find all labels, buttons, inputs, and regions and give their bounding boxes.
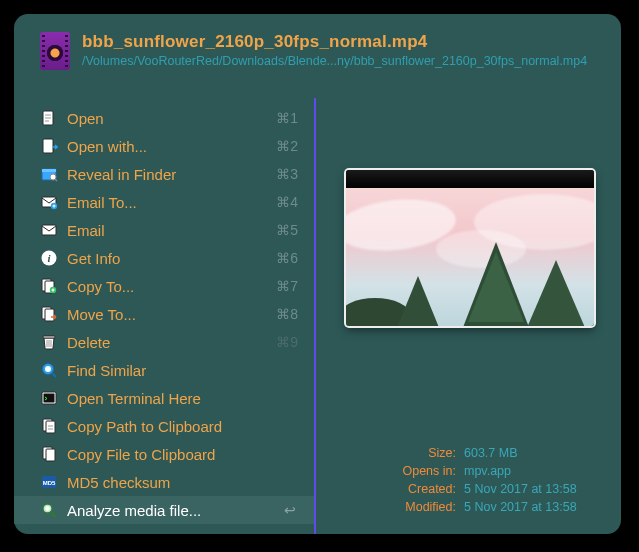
menu-item-delete[interactable]: Delete⌘9 xyxy=(14,328,314,356)
menu-item-shortcut: ⌘8 xyxy=(266,306,304,322)
menu-item-label: Move To... xyxy=(67,306,257,323)
menu-item-open-with[interactable]: Open with...⌘2 xyxy=(14,132,314,160)
menu-item-copy-path-to-clipboard[interactable]: Copy Path to Clipboard xyxy=(14,412,314,440)
menu-item-label: Analyze media file... xyxy=(67,502,275,519)
find-icon xyxy=(40,361,58,379)
video-thumbnail xyxy=(346,170,594,326)
svg-rect-23 xyxy=(46,421,55,433)
menu-item-label: Email To... xyxy=(67,194,257,211)
menu-item-shortcut: ⌘6 xyxy=(266,250,304,266)
svg-line-30 xyxy=(51,512,56,517)
file-path: /Volumes/VooRouterRed/Downloads/Blende..… xyxy=(82,54,587,68)
menu-item-label: Reveal in Finder xyxy=(67,166,257,183)
meta-size-label: Size: xyxy=(316,444,456,462)
doc-open-icon xyxy=(40,109,58,127)
menu-item-open-terminal-here[interactable]: Open Terminal Here xyxy=(14,384,314,412)
svg-rect-3 xyxy=(42,169,56,172)
header: bbb_sunflower_2160p_30fps_normal.mp4 /Vo… xyxy=(14,14,621,76)
svg-rect-25 xyxy=(46,449,55,461)
meta-modified-value: 5 Nov 2017 at 13:58 xyxy=(464,498,577,516)
menu-item-label: Copy File to Clipboard xyxy=(67,446,257,463)
copy-path-icon xyxy=(40,417,58,435)
menu-item-move-to[interactable]: Move To...⌘8 xyxy=(14,300,314,328)
svg-rect-8 xyxy=(42,225,56,235)
copy-file-icon xyxy=(40,445,58,463)
menu-item-find-similar[interactable]: Find Similar xyxy=(14,356,314,384)
menu-item-label: Open Terminal Here xyxy=(67,390,257,407)
svg-rect-15 xyxy=(45,309,54,321)
analyze-icon xyxy=(40,501,58,519)
preview-panel: Size: 603.7 MB Opens in: mpv.app Created… xyxy=(316,98,621,534)
menu-item-shortcut: ⌘2 xyxy=(266,138,304,154)
menu-item-shortcut: ⌘5 xyxy=(266,222,304,238)
md5-icon: MD5 xyxy=(40,473,58,491)
svg-rect-16 xyxy=(43,336,55,338)
menu-item-label: Copy To... xyxy=(67,278,257,295)
reveal-icon xyxy=(40,165,58,183)
menu-item-shortcut: ⌘4 xyxy=(266,194,304,210)
menu-item-email-to[interactable]: Email To...⌘4 xyxy=(14,188,314,216)
menu-item-label: Copy Path to Clipboard xyxy=(67,418,257,435)
copy-to-icon xyxy=(40,277,58,295)
menu-item-analyze-media-file[interactable]: Analyze media file...↩ xyxy=(14,496,314,524)
menu-item-shortcut: ⌘1 xyxy=(266,110,304,126)
menu-item-label: Open with... xyxy=(67,138,257,155)
menu-item-label: Email xyxy=(67,222,257,239)
menu-item-open[interactable]: Open⌘1 xyxy=(14,104,314,132)
terminal-icon xyxy=(40,389,58,407)
menu-item-shortcut: ⌘7 xyxy=(266,278,304,294)
menu-item-label: Find Similar xyxy=(67,362,257,379)
menu-item-copy-to[interactable]: Copy To...⌘7 xyxy=(14,272,314,300)
menu-item-label: Delete xyxy=(67,334,257,351)
info-icon: i xyxy=(40,249,58,267)
svg-point-18 xyxy=(45,366,51,372)
trash-icon xyxy=(40,333,58,351)
svg-line-5 xyxy=(55,179,57,181)
mail-to-icon xyxy=(40,193,58,211)
meta-size-value: 603.7 MB xyxy=(464,444,518,462)
meta-modified-label: Modified: xyxy=(316,498,456,516)
svg-rect-1 xyxy=(43,139,53,153)
doc-openwith-icon xyxy=(40,137,58,155)
menu-item-shortcut: ⌘9 xyxy=(266,334,304,350)
return-key-icon: ↩ xyxy=(284,502,304,518)
menu-item-get-info[interactable]: iGet Info⌘6 xyxy=(14,244,314,272)
menu-item-label: Get Info xyxy=(67,250,257,267)
move-to-icon xyxy=(40,305,58,323)
menu-item-copy-file-to-clipboard[interactable]: Copy File to Clipboard xyxy=(14,440,314,468)
file-name: bbb_sunflower_2160p_30fps_normal.mp4 xyxy=(82,32,587,52)
svg-point-29 xyxy=(45,506,50,511)
meta-created-value: 5 Nov 2017 at 13:58 xyxy=(464,480,577,498)
action-menu: Open⌘1Open with...⌘2Reveal in Finder⌘3Em… xyxy=(14,98,316,534)
meta-created-label: Created: xyxy=(316,480,456,498)
meta-opens-label: Opens in: xyxy=(316,462,456,480)
file-info-popover: bbb_sunflower_2160p_30fps_normal.mp4 /Vo… xyxy=(14,14,621,534)
video-file-icon xyxy=(40,32,70,70)
menu-item-shortcut: ⌘3 xyxy=(266,166,304,182)
menu-item-label: Open xyxy=(67,110,257,127)
menu-item-email[interactable]: Email⌘5 xyxy=(14,216,314,244)
menu-item-label: MD5 checksum xyxy=(67,474,257,491)
meta-opens-value: mpv.app xyxy=(464,462,511,480)
svg-rect-21 xyxy=(44,394,55,403)
menu-item-md5-checksum[interactable]: MD5MD5 checksum xyxy=(14,468,314,496)
svg-line-19 xyxy=(52,373,56,377)
file-metadata: Size: 603.7 MB Opens in: mpv.app Created… xyxy=(316,444,621,516)
svg-text:MD5: MD5 xyxy=(43,480,56,486)
menu-item-reveal-in-finder[interactable]: Reveal in Finder⌘3 xyxy=(14,160,314,188)
mail-icon xyxy=(40,221,58,239)
